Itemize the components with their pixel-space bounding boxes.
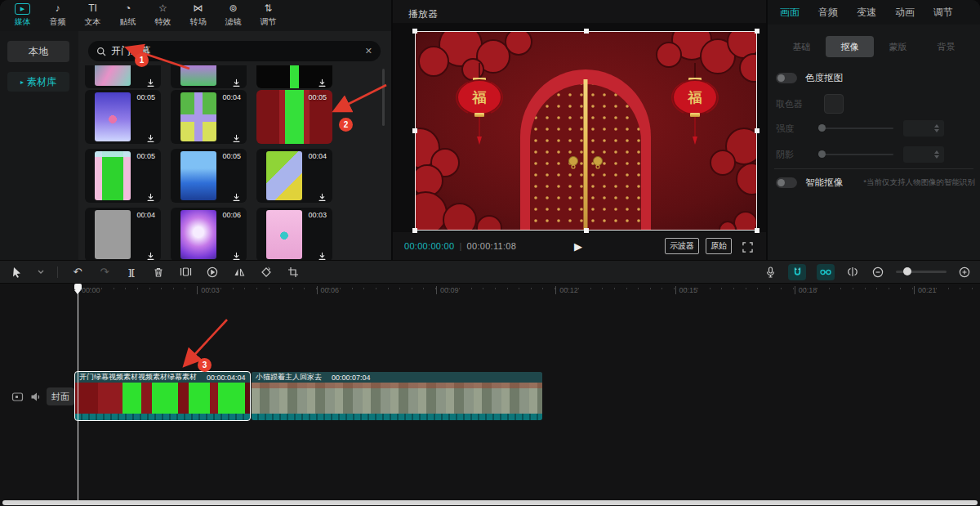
- tab-sticker[interactable]: ◔贴纸: [110, 2, 145, 29]
- asset-card[interactable]: [256, 65, 332, 88]
- asset-card[interactable]: 00:04: [256, 149, 332, 203]
- preview-canvas[interactable]: 福 福: [415, 31, 757, 231]
- inspector-subtab-cutout[interactable]: 抠像: [826, 36, 874, 57]
- asset-card[interactable]: 00:05: [256, 90, 332, 144]
- timeline-clip[interactable]: 小猫跟着主人回家去00:00:07:04: [252, 372, 542, 420]
- smart-key-toggle[interactable]: [776, 177, 797, 188]
- grid-scrollbar[interactable]: [382, 69, 385, 126]
- tab-transitions[interactable]: ⋈转场: [180, 2, 216, 29]
- asset-card[interactable]: [85, 65, 161, 88]
- inspector-subtab-background[interactable]: 背景: [922, 36, 970, 57]
- download-icon[interactable]: [146, 249, 155, 258]
- zoom-slider-knob[interactable]: [903, 267, 911, 275]
- record-voiceover-icon[interactable]: [763, 265, 777, 280]
- strength-slider[interactable]: [818, 128, 893, 129]
- select-tool-icon[interactable]: [10, 265, 24, 280]
- inspector-tab-speed[interactable]: 变速: [857, 6, 876, 20]
- download-icon[interactable]: [232, 190, 241, 199]
- asset-grid: 00:0500:0400:0500:0500:0500:0400:0400:06…: [82, 65, 385, 260]
- download-icon[interactable]: [146, 76, 155, 85]
- freeze-frame-icon[interactable]: [178, 265, 193, 280]
- crop-icon[interactable]: [286, 265, 301, 280]
- spinner-down-icon[interactable]: [934, 129, 939, 132]
- redo-icon[interactable]: ↷: [97, 265, 112, 280]
- select-tool-dropdown-icon[interactable]: [37, 265, 45, 280]
- tab-audio[interactable]: ♪音频: [40, 2, 75, 29]
- inspector-subtab-basic[interactable]: 基础: [777, 36, 826, 57]
- spinner-up-icon[interactable]: [934, 124, 939, 128]
- undo-icon[interactable]: ↶: [70, 265, 85, 280]
- rotate-icon[interactable]: [259, 265, 274, 280]
- timeline-horizontal-scrollbar[interactable]: [2, 500, 978, 505]
- inspector-tab-animation[interactable]: 动画: [895, 6, 915, 20]
- split-icon[interactable]: ][: [124, 265, 139, 280]
- tab-filters[interactable]: ⊚滤镜: [216, 2, 251, 29]
- resize-handle[interactable]: [584, 228, 589, 233]
- asset-card[interactable]: 00:05: [85, 149, 161, 203]
- download-icon[interactable]: [232, 249, 241, 258]
- local-button[interactable]: 本地: [7, 41, 69, 62]
- timeline-clip[interactable]: 开门绿幕视频素材视频素材绿幕素材00:00:04:04: [75, 372, 250, 420]
- asset-card[interactable]: [171, 65, 247, 88]
- resize-handle[interactable]: [755, 128, 760, 133]
- download-icon[interactable]: [146, 190, 155, 199]
- color-picker-swatch[interactable]: [824, 94, 844, 114]
- preview-play-icon[interactable]: [205, 265, 220, 280]
- magnetic-snap-icon[interactable]: [788, 264, 806, 280]
- search-input[interactable]: 开门绿幕 ✕: [88, 41, 381, 61]
- download-icon[interactable]: [232, 132, 241, 141]
- scope-button[interactable]: 示波器: [665, 238, 699, 254]
- ruler-label: 00:15: [675, 286, 698, 294]
- timeline-zoom-slider[interactable]: [896, 271, 947, 273]
- delete-icon[interactable]: [151, 265, 166, 280]
- spinner-up-icon[interactable]: [934, 150, 939, 154]
- tab-adjust[interactable]: ⇅调节: [251, 2, 286, 29]
- tab-effects[interactable]: ☆特效: [145, 2, 180, 29]
- inspector-tab-audio[interactable]: 音频: [818, 6, 838, 20]
- playhead-handle[interactable]: [74, 284, 82, 290]
- auto-ripple-icon[interactable]: [845, 265, 860, 280]
- resize-handle[interactable]: [755, 228, 760, 233]
- play-button[interactable]: ▶: [574, 240, 582, 253]
- resize-handle[interactable]: [755, 29, 760, 34]
- asset-card[interactable]: 00:04: [171, 90, 247, 144]
- search-icon: [96, 47, 106, 56]
- strength-slider-thumb[interactable]: [818, 124, 826, 132]
- inspector-tab-adjust[interactable]: 调节: [933, 6, 953, 20]
- asset-card[interactable]: 00:04: [85, 208, 161, 260]
- strength-spinner[interactable]: [903, 120, 944, 137]
- download-icon[interactable]: [318, 76, 327, 85]
- resize-handle[interactable]: [412, 128, 417, 133]
- asset-library-item[interactable]: ▸ 素材库: [7, 72, 69, 92]
- shadow-spinner[interactable]: [903, 146, 944, 163]
- asset-card[interactable]: 00:05: [85, 90, 161, 144]
- mirror-icon[interactable]: [232, 265, 247, 280]
- shadow-slider-thumb[interactable]: [818, 150, 826, 158]
- tab-label: 音频: [50, 16, 66, 28]
- inspector-subtab-mask[interactable]: 蒙版: [874, 36, 922, 57]
- asset-card[interactable]: 00:06: [171, 208, 247, 260]
- resize-handle[interactable]: [412, 29, 417, 34]
- asset-card[interactable]: 00:05: [171, 149, 247, 203]
- spinner-down-icon[interactable]: [934, 155, 939, 159]
- link-clips-icon[interactable]: [817, 264, 835, 280]
- ruler[interactable]: 00:0000:0300:0600:0900:1200:1500:1800:21: [0, 284, 980, 298]
- text-icon: TI: [88, 3, 97, 15]
- tab-text[interactable]: TI文本: [75, 2, 110, 29]
- zoom-out-icon[interactable]: [871, 265, 885, 280]
- fullscreen-icon[interactable]: [742, 241, 753, 252]
- tab-media[interactable]: ▶媒体: [5, 2, 40, 29]
- asset-card[interactable]: 00:03: [256, 208, 332, 260]
- download-icon[interactable]: [146, 132, 155, 141]
- download-icon[interactable]: [318, 249, 327, 258]
- shadow-slider[interactable]: [818, 154, 893, 155]
- zoom-in-icon[interactable]: [957, 265, 972, 280]
- original-button[interactable]: 原始: [706, 238, 732, 254]
- download-icon[interactable]: [318, 190, 327, 199]
- resize-handle[interactable]: [412, 228, 417, 233]
- download-icon[interactable]: [232, 76, 241, 85]
- clear-search-icon[interactable]: ✕: [365, 46, 372, 56]
- resize-handle[interactable]: [584, 29, 589, 34]
- chroma-key-toggle[interactable]: [776, 73, 797, 83]
- inspector-tab-canvas[interactable]: 画面: [780, 6, 800, 20]
